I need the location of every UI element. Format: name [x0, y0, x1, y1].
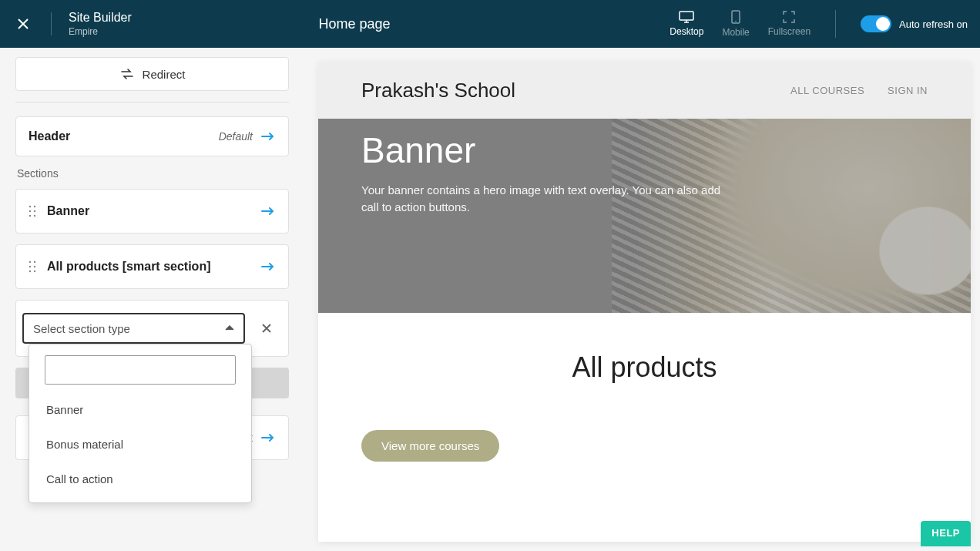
nav-sign-in[interactable]: SIGN IN	[888, 85, 928, 96]
arrow-right-icon	[260, 432, 276, 443]
svg-point-4	[34, 206, 35, 207]
svg-point-6	[34, 210, 35, 212]
sections-heading: Sections	[17, 167, 289, 180]
header-label: Header	[29, 129, 70, 143]
preview-pane: Prakash's School ALL COURSES SIGN IN Ban…	[304, 48, 980, 551]
dropdown-option-bonus-material[interactable]: Bonus material	[29, 427, 251, 462]
arrow-right-icon	[260, 206, 276, 217]
site-nav: ALL COURSES SIGN IN	[790, 85, 928, 96]
clear-select-button[interactable]	[251, 323, 282, 334]
svg-point-5	[29, 210, 31, 212]
svg-point-12	[34, 266, 35, 267]
sidebar: Redirect Header Default Sections Banner …	[0, 48, 304, 551]
preview-frame: Prakash's School ALL COURSES SIGN IN Ban…	[318, 62, 971, 542]
redirect-label: Redirect	[143, 68, 186, 81]
svg-point-2	[735, 21, 737, 22]
view-fullscreen-label: Fullscreen	[768, 26, 811, 37]
arrow-right-icon	[260, 261, 276, 272]
banner-title: Banner	[361, 129, 928, 171]
svg-point-13	[29, 270, 31, 272]
topbar: Site Builder Empire Home page Desktop Mo…	[0, 0, 980, 48]
svg-point-11	[29, 266, 31, 267]
page-title: Home page	[39, 16, 670, 32]
dropdown-option-call-to-action[interactable]: Call to action	[29, 462, 251, 496]
redirect-icon	[119, 68, 135, 80]
svg-point-3	[29, 206, 31, 207]
close-icon	[261, 323, 272, 334]
header-default-label: Default	[219, 130, 253, 143]
svg-point-10	[34, 261, 35, 263]
nav-all-courses[interactable]: ALL COURSES	[790, 85, 864, 96]
site-header: Prakash's School ALL COURSES SIGN IN	[318, 62, 971, 119]
caret-up-icon	[225, 325, 234, 331]
mobile-icon	[731, 10, 740, 24]
close-button[interactable]	[12, 13, 34, 35]
svg-point-9	[29, 261, 31, 263]
all-products-section: All products View more courses	[318, 313, 971, 542]
help-button[interactable]: HELP	[921, 521, 971, 546]
dropdown-search-input[interactable]	[45, 355, 236, 385]
svg-point-7	[29, 215, 31, 217]
products-title: All products	[361, 351, 928, 384]
section-type-dropdown: Banner Bonus material Call to action	[29, 344, 252, 503]
view-fullscreen-button[interactable]: Fullscreen	[768, 11, 811, 37]
dropdown-search-wrap	[45, 355, 236, 385]
svg-rect-0	[680, 12, 693, 20]
view-more-courses-button[interactable]: View more courses	[361, 430, 499, 462]
svg-point-8	[34, 215, 35, 217]
section-type-select[interactable]: Select section type	[22, 313, 245, 344]
auto-refresh-label: Auto refresh on	[899, 18, 968, 30]
divider	[835, 10, 836, 38]
section-name: Banner	[47, 204, 250, 218]
add-section-card: Select section type Banner Bonus materia…	[15, 300, 289, 357]
dropdown-option-banner[interactable]: Banner	[29, 392, 251, 427]
select-row: Select section type Banner Bonus materia…	[22, 307, 282, 350]
main: Redirect Header Default Sections Banner …	[0, 48, 980, 551]
view-desktop-label: Desktop	[670, 26, 703, 37]
desktop-icon	[679, 11, 694, 23]
divider	[15, 102, 289, 102]
close-icon	[17, 18, 29, 30]
view-mobile-label: Mobile	[722, 27, 749, 38]
drag-handle-icon[interactable]	[29, 205, 36, 217]
view-mobile-button[interactable]: Mobile	[722, 10, 749, 38]
drag-handle-icon[interactable]	[29, 260, 36, 273]
select-placeholder: Select section type	[33, 322, 130, 335]
auto-refresh-toggle[interactable]	[861, 15, 891, 32]
banner-description: Your banner contains a hero image with t…	[361, 182, 723, 216]
site-title: Prakash's School	[361, 79, 515, 102]
section-card-banner[interactable]: Banner	[15, 189, 289, 234]
redirect-button[interactable]: Redirect	[15, 57, 289, 91]
fullscreen-icon	[783, 11, 795, 23]
view-desktop-button[interactable]: Desktop	[670, 11, 703, 37]
arrow-right-icon	[260, 131, 276, 142]
view-controls: Desktop Mobile Fullscreen Auto refresh o…	[670, 10, 968, 38]
svg-point-14	[34, 270, 35, 272]
banner-section: Banner Your banner contains a hero image…	[318, 119, 971, 313]
header-section-card[interactable]: Header Default	[15, 116, 289, 156]
section-card-all-products[interactable]: All products [smart section]	[15, 244, 289, 289]
section-name: All products [smart section]	[47, 260, 250, 274]
auto-refresh-control: Auto refresh on	[861, 15, 968, 32]
